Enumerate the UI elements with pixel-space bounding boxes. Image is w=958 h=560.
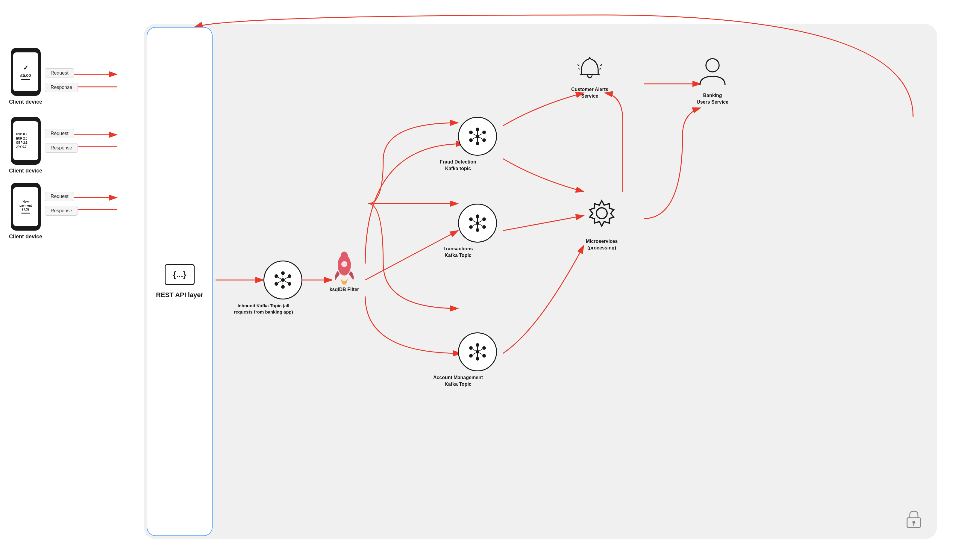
svg-point-44 <box>476 228 479 232</box>
response-1: Response <box>45 82 78 92</box>
svg-point-46 <box>482 217 486 221</box>
svg-point-59 <box>482 346 486 350</box>
svg-point-68 <box>596 208 607 219</box>
client-device-1: ✓ £5.00 Client device <box>9 48 42 105</box>
svg-point-33 <box>482 130 486 134</box>
device-label-3: Client device <box>9 233 42 240</box>
response-label-2: Response <box>45 143 78 153</box>
svg-point-58 <box>469 346 473 350</box>
phone-screen-3: Newpayment£7.32 <box>13 187 38 226</box>
svg-point-27 <box>341 252 348 260</box>
req-resp-3: Request Response <box>45 192 78 216</box>
phone-2: USD 0.9EUR 2.0GBP 2.1JPY 0.7 <box>11 117 41 165</box>
microservices-container: Microservices(processing) <box>581 195 623 238</box>
svg-point-30 <box>476 128 479 131</box>
device-label-1: Client device <box>9 99 42 105</box>
customer-alerts-container: Customer AlertsService <box>575 54 605 85</box>
rocket-icon <box>329 252 359 284</box>
lock-icon-container <box>906 509 922 530</box>
svg-point-34 <box>469 138 473 142</box>
phone-3: Newpayment£7.32 <box>11 182 41 231</box>
rest-api-box: {...} REST API layer <box>147 27 213 536</box>
phone-line-1 <box>21 79 30 80</box>
bell-icon <box>575 54 605 84</box>
svg-point-14 <box>281 271 285 275</box>
svg-point-48 <box>482 225 486 229</box>
response-label-1: Response <box>45 82 78 92</box>
gray-background <box>144 24 937 539</box>
person-icon <box>698 57 728 90</box>
request-label-3: Request <box>45 192 74 201</box>
braces-icon: {...} <box>165 264 195 285</box>
client-device-3: Newpayment£7.32 Client device <box>9 182 42 240</box>
request-label-1: Request <box>45 68 74 78</box>
client-device-2: USD 0.9EUR 2.0GBP 2.1JPY 0.7 Client devi… <box>9 117 42 174</box>
svg-point-17 <box>288 274 291 278</box>
svg-point-60 <box>469 354 473 358</box>
banking-users-container: BankingUsers Service <box>698 57 728 91</box>
gear-icon <box>581 195 623 236</box>
rest-api-label: REST API layer <box>156 291 203 299</box>
svg-point-15 <box>281 285 285 289</box>
svg-point-57 <box>476 357 479 360</box>
req-resp-1: Request Response <box>45 68 78 92</box>
svg-point-16 <box>274 274 278 278</box>
inbound-kafka-label: Inbound Kafka Topic (all requests from b… <box>233 303 293 315</box>
phone-screen-1: ✓ £5.00 <box>13 52 38 91</box>
phone-new-payment: Newpayment£7.32 <box>19 200 32 211</box>
brace-svg <box>368 114 464 374</box>
fraud-kafka-icon <box>467 126 488 147</box>
response-3: Response <box>45 206 78 216</box>
response-2: Response <box>45 143 78 153</box>
phone-line-3 <box>21 213 30 214</box>
account-management-label: Account ManagementKafka Topic <box>433 374 483 388</box>
svg-point-35 <box>482 138 486 142</box>
ksqldb-container: ksqlDB Filter <box>329 252 359 286</box>
svg-point-43 <box>476 214 479 218</box>
device-label-2: Client device <box>9 168 42 174</box>
response-label-3: Response <box>45 206 78 216</box>
phone-rates: USD 0.9EUR 2.0GBP 2.1JPY 0.7 <box>15 132 36 150</box>
svg-point-32 <box>469 130 473 134</box>
request-label-2: Request <box>45 129 74 138</box>
svg-point-31 <box>476 141 479 145</box>
request-2: Request <box>45 129 78 138</box>
inbound-kafka-circle <box>263 260 302 300</box>
account-kafka-icon <box>467 341 488 362</box>
phone-1: ✓ £5.00 <box>11 48 41 96</box>
svg-point-56 <box>476 343 479 347</box>
phone-amount-1: £5.00 <box>21 73 31 78</box>
svg-point-45 <box>469 217 473 221</box>
ksqldb-label: ksqlDB Filter <box>330 287 359 292</box>
svg-point-61 <box>482 354 486 358</box>
diagram-container: {...} REST API layer ✓ £5.00 Client devi… <box>0 0 958 560</box>
svg-point-18 <box>274 282 278 286</box>
microservices-label: Microservices(processing) <box>586 238 618 252</box>
transactions-kafka-icon <box>467 213 488 233</box>
request-3: Request <box>45 192 78 201</box>
svg-point-47 <box>469 225 473 229</box>
svg-point-28 <box>341 261 347 267</box>
customer-alerts-label: Customer AlertsService <box>571 86 608 100</box>
svg-point-19 <box>288 282 291 286</box>
request-1: Request <box>45 68 78 78</box>
lock-icon <box>906 509 922 529</box>
svg-point-69 <box>706 59 719 72</box>
phone-screen-2: USD 0.9EUR 2.0GBP 2.1JPY 0.7 <box>13 121 38 160</box>
req-resp-2: Request Response <box>45 129 78 153</box>
banking-users-label: BankingUsers Service <box>697 92 728 106</box>
kafka-nodes-icon <box>273 270 293 290</box>
svg-point-71 <box>912 521 915 524</box>
